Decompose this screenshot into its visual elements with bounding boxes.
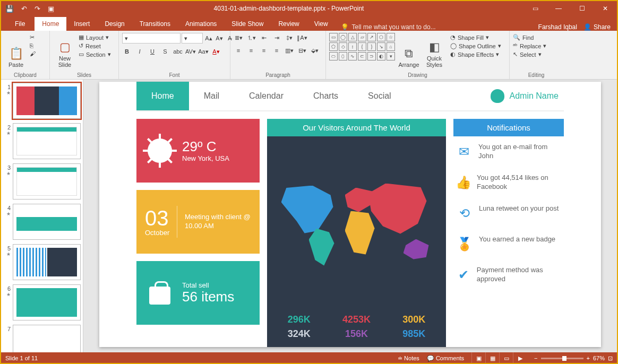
arrange-button[interactable]: ⧉ Arrange <box>397 33 420 68</box>
shape-fill-button[interactable]: ◔Shape Fill ▾ <box>450 34 501 41</box>
tab-view[interactable]: View <box>307 17 336 31</box>
bold-button[interactable]: B <box>122 47 132 56</box>
tab-animations[interactable]: Animations <box>178 17 224 31</box>
nav-mail[interactable]: Mail <box>189 82 234 110</box>
nav-calendar[interactable]: Calendar <box>234 82 298 110</box>
shape-effects-button[interactable]: ◐Shape Effects ▾ <box>450 51 501 58</box>
meeting-card[interactable]: 03 October Meeting with client @ 10.00 A… <box>136 190 260 254</box>
thumb-2[interactable] <box>13 123 81 159</box>
redo-icon[interactable]: ↷ <box>35 5 40 13</box>
font-color-button[interactable]: A▾ <box>211 47 221 56</box>
notif-item[interactable]: ✔Payment method was approved <box>453 259 564 290</box>
sorter-view-button[interactable]: ▦ <box>485 352 499 364</box>
notif-item[interactable]: ⟲Luna retweet on your post <box>453 198 564 229</box>
smartart-button[interactable]: ⬙▾ <box>310 46 320 55</box>
numbering-button[interactable]: ⒈▾ <box>246 33 256 42</box>
nav-home[interactable]: Home <box>136 82 189 110</box>
cut-button[interactable]: ✂ <box>30 34 36 41</box>
ribbon-options-icon[interactable]: ▭ <box>523 1 547 16</box>
justify-button[interactable]: ≡ <box>272 46 281 55</box>
tab-transitions[interactable]: Transitions <box>132 17 178 31</box>
shadow-button[interactable]: S <box>160 47 170 56</box>
reading-view-button[interactable]: ▭ <box>499 352 513 364</box>
thumb-6[interactable] <box>13 284 81 320</box>
font-size-combo[interactable]: ▾ <box>182 33 203 44</box>
new-slide-button[interactable]: ▢ New Slide <box>53 33 76 68</box>
tab-slideshow[interactable]: Slide Show <box>224 17 271 31</box>
admin-name[interactable]: Admin Name <box>491 82 564 110</box>
notif-item[interactable]: ✉You got an e-mail from John <box>453 136 564 167</box>
font-family-combo[interactable]: ▾ <box>122 33 181 44</box>
align-text-button[interactable]: ⊟▾ <box>297 46 307 55</box>
nav-social[interactable]: Social <box>353 82 406 110</box>
minimize-button[interactable]: — <box>547 1 570 16</box>
tab-review[interactable]: Review <box>271 17 306 31</box>
comments-button[interactable]: 💬 Comments <box>427 355 464 362</box>
zoom-in-button[interactable]: + <box>587 355 590 361</box>
zoom-out-button[interactable]: − <box>534 355 537 361</box>
align-right-button[interactable]: ≡ <box>259 46 269 55</box>
shape-outline-button[interactable]: ◯Shape Outline ▾ <box>450 42 501 49</box>
tab-design[interactable]: Design <box>97 17 132 31</box>
shrink-font-button[interactable]: A▾ <box>214 33 224 43</box>
notes-button[interactable]: ≐ Notes <box>398 355 419 362</box>
find-button[interactable]: 🔍Find <box>513 34 546 41</box>
slide-counter[interactable]: Slide 1 of 11 <box>5 355 38 361</box>
start-slideshow-icon[interactable]: ▣ <box>48 5 54 13</box>
undo-icon[interactable]: ↶ <box>21 5 27 13</box>
format-painter-button[interactable]: 🖌 <box>30 50 36 57</box>
normal-view-button[interactable]: ▣ <box>471 352 485 364</box>
shapes-gallery[interactable]: ▭◯△▱↗⬡☆ ⬠◇↕{}↘⌂ ⬭⬯∿⊂⊃◐▾ <box>329 33 395 60</box>
thumb-1[interactable] <box>13 83 81 119</box>
indent-dec-button[interactable]: ⇤ <box>259 33 269 42</box>
thumb-5[interactable] <box>13 244 81 280</box>
thumb-4[interactable] <box>13 204 81 240</box>
columns-button[interactable]: ▥▾ <box>285 46 294 55</box>
select-icon: ↖ <box>513 51 518 58</box>
notif-item[interactable]: 🏅You earned a new badge <box>453 229 564 259</box>
copy-button[interactable]: ⎘ <box>30 42 36 49</box>
thumb-3[interactable] <box>13 163 81 200</box>
text-direction-button[interactable]: ‖A▾ <box>297 33 307 42</box>
align-center-button[interactable]: ≡ <box>246 46 256 55</box>
close-button[interactable]: ✕ <box>594 1 617 16</box>
maximize-button[interactable]: ☐ <box>570 1 594 16</box>
notif-item[interactable]: 👍You got 44,514 likes on Facebook <box>453 167 564 198</box>
section-button[interactable]: ▭Section ▾ <box>79 51 111 58</box>
spacing-button[interactable]: AV▾ <box>186 47 195 56</box>
sell-card[interactable]: Total sell 56 items <box>136 261 260 325</box>
layout-button[interactable]: ▦Layout ▾ <box>79 34 111 41</box>
nav-charts[interactable]: Charts <box>298 82 353 110</box>
paste-button[interactable]: 📋 Paste <box>4 33 28 68</box>
tell-me[interactable]: 💡 Tell me what you want to do... <box>341 23 436 31</box>
select-button[interactable]: ↖Select ▾ <box>513 51 546 58</box>
case-button[interactable]: Aa▾ <box>199 47 208 56</box>
grow-font-button[interactable]: A▴ <box>204 33 213 43</box>
tab-insert[interactable]: Insert <box>66 17 97 31</box>
share-button[interactable]: 👤 Share <box>583 23 611 31</box>
underline-button[interactable]: U <box>148 47 157 56</box>
fit-button[interactable]: ⊡ <box>608 355 613 362</box>
strike-button[interactable]: abc <box>173 47 183 56</box>
tab-home[interactable]: Home <box>35 17 66 31</box>
zoom-level[interactable]: 67% <box>593 355 605 361</box>
tab-file[interactable]: File <box>7 17 35 31</box>
quick-styles-button[interactable]: ◧ Quick Styles <box>423 33 446 68</box>
slide-content[interactable]: Home Mail Calendar Charts Social Admin N… <box>99 82 601 347</box>
zoom-slider[interactable] <box>541 358 583 359</box>
tell-me-label: Tell me what you want to do... <box>352 23 436 31</box>
slide-panel[interactable]: 1★ 2★ 3★ 4★ 5★ 6★ 7 <box>1 80 83 352</box>
save-icon[interactable]: 💾 <box>5 5 14 13</box>
user-name[interactable]: Farshad Iqbal <box>538 23 577 31</box>
align-left-button[interactable]: ≡ <box>234 46 243 55</box>
indent-inc-button[interactable]: ⇥ <box>272 33 281 42</box>
weather-card[interactable]: 29º C New York, USA <box>136 119 260 183</box>
replace-button[interactable]: ᵃᵇReplace ▾ <box>513 42 546 49</box>
reset-button[interactable]: ↺Reset <box>79 42 111 49</box>
italic-button[interactable]: I <box>135 47 144 56</box>
thumb-7[interactable] <box>13 325 81 352</box>
slide-canvas[interactable]: Home Mail Calendar Charts Social Admin N… <box>83 80 617 352</box>
bullets-button[interactable]: ≣▾ <box>234 33 243 42</box>
line-spacing-button[interactable]: ‡▾ <box>285 33 294 42</box>
slideshow-view-button[interactable]: ▶ <box>513 352 527 364</box>
